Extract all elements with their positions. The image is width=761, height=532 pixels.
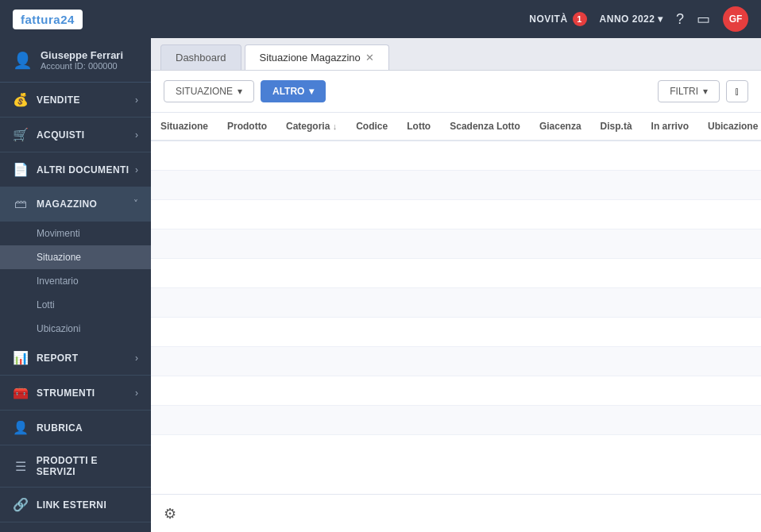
altro-button-label: ALTRO xyxy=(272,86,304,97)
settings-icon[interactable]: ⚙ xyxy=(164,505,176,522)
table-row xyxy=(151,171,761,200)
acquisti-label: ACQUISTI xyxy=(37,129,85,141)
user-account: Account ID: 000000 xyxy=(41,61,123,71)
table-header: Situazione Prodotto Categoria ↓ Codice L… xyxy=(151,113,761,141)
link-esterni-label: LINK ESTERNI xyxy=(37,499,106,511)
situazione-button-label: SITUAZIONE xyxy=(176,86,233,97)
data-table: Situazione Prodotto Categoria ↓ Codice L… xyxy=(151,113,761,435)
logo-accent: 24 xyxy=(60,13,75,26)
sidebar-sub-inventario[interactable]: Inventario xyxy=(0,269,151,293)
prodotti-label: PRODOTTI E SERVIZI xyxy=(37,455,138,477)
magazzino-icon: 🗃 xyxy=(13,197,29,211)
bottom-bar: ⚙ xyxy=(151,494,761,532)
page-body: SITUAZIONE ▾ ALTRO ▾ FILTRI ▾ ⫿ xyxy=(151,71,761,532)
col-disponibilita: Disp.tà xyxy=(591,113,642,141)
sidebar-item-acquisti[interactable]: 🛒 ACQUISTI › xyxy=(0,118,151,152)
user-info: Giuseppe Ferrari Account ID: 000000 xyxy=(41,49,123,71)
tab-close-icon[interactable]: ✕ xyxy=(365,52,374,64)
col-giacenza: Giacenza xyxy=(530,113,591,141)
filtri-chevron-icon: ▾ xyxy=(703,86,708,97)
col-prodotto: Prodotto xyxy=(218,113,276,141)
logo-text: fattura xyxy=(21,13,60,26)
help-icon[interactable]: ? xyxy=(676,11,684,28)
anno-select[interactable]: ANNO 2022 ▾ xyxy=(600,13,663,25)
table-row xyxy=(151,141,761,171)
acquisti-icon: 🛒 xyxy=(13,127,29,142)
sidebar-item-rubrica[interactable]: 👤 RUBRICA xyxy=(0,411,151,445)
user-section: 👤 Giuseppe Ferrari Account ID: 000000 xyxy=(0,38,151,83)
vendite-chevron-icon: › xyxy=(135,94,138,106)
sidebar-item-configurazione[interactable]: ⚙ CONFIGURAZIONE › xyxy=(0,522,151,532)
sidebar-item-strumenti[interactable]: 🧰 STRUMENTI › xyxy=(0,376,151,411)
sidebar-item-link-esterni[interactable]: 🔗 LINK ESTERNI xyxy=(0,488,151,522)
tab-dashboard[interactable]: Dashboard xyxy=(160,44,241,70)
logo[interactable]: fattura24 xyxy=(13,10,83,29)
table-body xyxy=(151,141,761,435)
toolbar-right: FILTRI ▾ ⫿ xyxy=(658,80,748,102)
sidebar-item-altri-documenti[interactable]: 📄 ALTRI DOCUMENTI › xyxy=(0,152,151,187)
toolbar: SITUAZIONE ▾ ALTRO ▾ FILTRI ▾ ⫿ xyxy=(151,71,761,113)
magazzino-chevron-icon: ˅ xyxy=(133,199,138,210)
sidebar-item-report[interactable]: 📊 REPORT › xyxy=(0,341,151,376)
filtri-label: FILTRI xyxy=(670,86,698,97)
table-row xyxy=(151,200,761,229)
sidebar-item-vendite[interactable]: 💰 VENDITE › xyxy=(0,83,151,118)
tab-dashboard-label: Dashboard xyxy=(176,52,226,64)
sidebar-sub-lotti[interactable]: Lotti xyxy=(0,293,151,317)
topbar: fattura24 NOVITÀ 1 ANNO 2022 ▾ ? ▭ GF xyxy=(0,0,761,38)
sidebar-sub-situazione[interactable]: Situazione xyxy=(0,245,151,269)
acquisti-chevron-icon: › xyxy=(135,129,138,141)
report-icon: 📊 xyxy=(13,350,29,365)
tabs-bar: Dashboard Situazione Magazzino ✕ xyxy=(151,38,761,71)
avatar[interactable]: GF xyxy=(723,6,748,32)
main-layout: 👤 Giuseppe Ferrari Account ID: 000000 💰 … xyxy=(0,38,761,532)
col-ubicazione: Ubicazione xyxy=(698,113,761,141)
user-name: Giuseppe Ferrari xyxy=(41,49,123,61)
vendite-label: VENDITE xyxy=(37,94,80,106)
tab-situazione-magazzino[interactable]: Situazione Magazzino ✕ xyxy=(245,44,389,70)
layout-icon[interactable]: ▭ xyxy=(697,10,710,28)
col-situazione: Situazione xyxy=(151,113,218,141)
anno-chevron-icon: ▾ xyxy=(658,13,663,25)
novita-count: 1 xyxy=(573,12,587,26)
altri-documenti-icon: 📄 xyxy=(13,162,29,177)
novita-label: NOVITÀ xyxy=(529,13,567,25)
table-row xyxy=(151,406,761,435)
table-row xyxy=(151,259,761,288)
situazione-chevron-icon: ▾ xyxy=(238,86,242,97)
report-label: REPORT xyxy=(37,353,78,364)
sidebar-item-magazzino[interactable]: 🗃 MAGAZZINO ˅ xyxy=(0,187,151,222)
situazione-button[interactable]: SITUAZIONE ▾ xyxy=(164,80,254,102)
altri-documenti-chevron-icon: › xyxy=(135,164,138,175)
toolbar-left: SITUAZIONE ▾ ALTRO ▾ xyxy=(164,80,326,102)
col-categoria[interactable]: Categoria ↓ xyxy=(276,113,346,141)
altro-button[interactable]: ALTRO ▾ xyxy=(261,80,326,102)
table-row xyxy=(151,376,761,406)
prodotti-icon: ☰ xyxy=(13,459,29,474)
categoria-sort-icon: ↓ xyxy=(333,121,338,131)
strumenti-label: STRUMENTI xyxy=(37,387,95,399)
sidebar-item-prodotti[interactable]: ☰ PRODOTTI E SERVIZI xyxy=(0,445,151,488)
columns-icon: ⫿ xyxy=(735,86,740,97)
content-area: Dashboard Situazione Magazzino ✕ SITUAZI… xyxy=(151,38,761,532)
filtri-button[interactable]: FILTRI ▾ xyxy=(658,80,720,102)
rubrica-label: RUBRICA xyxy=(37,422,83,434)
strumenti-chevron-icon: › xyxy=(135,387,138,399)
altro-chevron-icon: ▾ xyxy=(309,86,314,97)
columns-button[interactable]: ⫿ xyxy=(726,80,748,102)
table-row xyxy=(151,318,761,347)
report-chevron-icon: › xyxy=(135,353,138,364)
sidebar-sub-ubicazioni[interactable]: Ubicazioni xyxy=(0,317,151,341)
table-row xyxy=(151,288,761,318)
table-row xyxy=(151,229,761,259)
user-icon: 👤 xyxy=(13,51,33,70)
novita-section[interactable]: NOVITÀ 1 xyxy=(529,12,586,26)
sidebar-sub-movimenti[interactable]: Movimenti xyxy=(0,222,151,245)
col-scadenza-lotto: Scadenza Lotto xyxy=(440,113,530,141)
magazzino-label: MAGAZZINO xyxy=(37,199,97,210)
strumenti-icon: 🧰 xyxy=(13,385,29,400)
rubrica-icon: 👤 xyxy=(13,420,29,435)
tab-situazione-label: Situazione Magazzino xyxy=(260,52,361,64)
anno-label: ANNO 2022 xyxy=(600,13,655,25)
vendite-icon: 💰 xyxy=(13,92,29,107)
